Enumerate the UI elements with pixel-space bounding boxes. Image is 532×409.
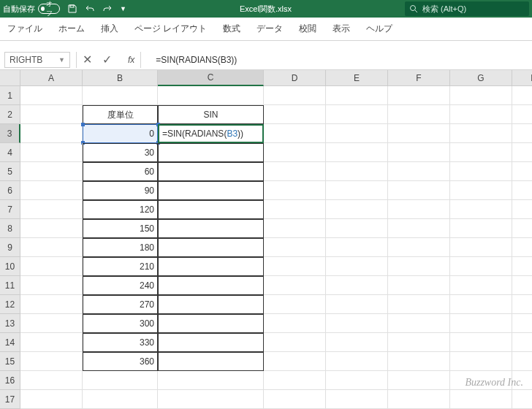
cell[interactable] (20, 276, 83, 295)
chevron-down-icon[interactable]: ▼ (58, 56, 65, 64)
cell[interactable] (20, 105, 83, 124)
cell[interactable] (388, 314, 450, 333)
cell[interactable] (264, 105, 326, 124)
cell[interactable] (512, 314, 532, 333)
cell[interactable] (264, 143, 326, 162)
cell[interactable] (512, 219, 532, 238)
tab-pagelayout[interactable]: ページ レイアウト (134, 23, 207, 35)
cell[interactable] (450, 257, 512, 276)
cell[interactable] (512, 238, 532, 257)
cell[interactable] (388, 352, 450, 371)
row-6[interactable]: 6 (0, 181, 20, 200)
cell-b8[interactable]: 150 (83, 219, 158, 238)
cell[interactable] (20, 390, 83, 409)
cell-b4[interactable]: 30 (83, 143, 158, 162)
cell[interactable] (20, 219, 83, 238)
row-2[interactable]: 2 (0, 105, 20, 124)
formula-input[interactable]: =SIN(RADIANS(B3)) (156, 55, 237, 65)
row-1[interactable]: 1 (0, 86, 20, 105)
cell[interactable] (388, 276, 450, 295)
enter-icon[interactable]: ✓ (102, 53, 112, 66)
cell[interactable] (326, 352, 388, 371)
cell[interactable] (264, 295, 326, 314)
cell-b10[interactable]: 210 (83, 257, 158, 276)
cancel-icon[interactable]: ✕ (83, 53, 92, 66)
cell[interactable] (450, 86, 512, 105)
cell[interactable] (264, 200, 326, 219)
cell[interactable] (450, 276, 512, 295)
cell[interactable] (326, 333, 388, 352)
cell[interactable] (512, 105, 532, 124)
cell[interactable] (388, 257, 450, 276)
col-c[interactable]: C (158, 70, 264, 86)
col-b[interactable]: B (83, 70, 158, 86)
cell[interactable] (264, 276, 326, 295)
cell[interactable] (264, 219, 326, 238)
cell[interactable] (264, 390, 326, 409)
cell-b5[interactable]: 60 (83, 162, 158, 181)
cell-b14[interactable]: 330 (83, 333, 158, 352)
cell[interactable] (20, 371, 83, 390)
tab-view[interactable]: 表示 (332, 23, 350, 35)
tab-home[interactable]: ホーム (58, 23, 85, 35)
cell[interactable] (450, 390, 512, 409)
cell[interactable] (158, 143, 264, 162)
cell[interactable] (326, 390, 388, 409)
cell[interactable] (326, 371, 388, 390)
cell-b2[interactable]: 度単位 (83, 105, 158, 124)
cell[interactable] (83, 390, 158, 409)
cell[interactable] (450, 200, 512, 219)
col-h[interactable]: H (512, 70, 532, 86)
cell[interactable] (20, 238, 83, 257)
cell[interactable] (512, 295, 532, 314)
cell[interactable] (158, 390, 264, 409)
row-12[interactable]: 12 (0, 295, 20, 314)
cell[interactable] (20, 333, 83, 352)
cell[interactable] (512, 143, 532, 162)
cell[interactable] (326, 105, 388, 124)
cell[interactable] (83, 371, 158, 390)
cell[interactable] (264, 333, 326, 352)
cell[interactable] (158, 219, 264, 238)
cell[interactable] (264, 124, 326, 143)
cell[interactable] (450, 333, 512, 352)
cell[interactable] (158, 162, 264, 181)
cell[interactable] (264, 352, 326, 371)
cell[interactable] (326, 219, 388, 238)
cell[interactable] (512, 162, 532, 181)
cell[interactable] (326, 86, 388, 105)
cell[interactable] (20, 352, 83, 371)
row-13[interactable]: 13 (0, 314, 20, 333)
cell[interactable] (20, 295, 83, 314)
row-3[interactable]: 3 (0, 124, 20, 143)
cell[interactable] (20, 257, 83, 276)
cell[interactable] (388, 219, 450, 238)
cell[interactable] (20, 162, 83, 181)
row-4[interactable]: 4 (0, 143, 20, 162)
cell-b11[interactable]: 240 (83, 276, 158, 295)
cell-b7[interactable]: 120 (83, 200, 158, 219)
cell[interactable] (20, 86, 83, 105)
qat-dropdown-icon[interactable]: ▼ (120, 5, 126, 12)
cell[interactable] (326, 276, 388, 295)
select-all-corner[interactable] (0, 70, 20, 86)
tab-help[interactable]: ヘルプ (366, 23, 392, 35)
cell[interactable] (264, 181, 326, 200)
row-8[interactable]: 8 (0, 219, 20, 238)
cell-b3[interactable]: 0 (83, 124, 158, 143)
cell[interactable] (512, 200, 532, 219)
cell[interactable] (264, 238, 326, 257)
col-f[interactable]: F (388, 70, 450, 86)
cell[interactable] (512, 276, 532, 295)
cell[interactable] (450, 162, 512, 181)
cell[interactable] (450, 124, 512, 143)
cell[interactable] (388, 181, 450, 200)
cell[interactable] (158, 352, 264, 371)
cell[interactable] (450, 219, 512, 238)
cell[interactable] (326, 143, 388, 162)
tab-file[interactable]: ファイル (7, 23, 42, 35)
cell[interactable] (264, 314, 326, 333)
col-a[interactable]: A (20, 70, 83, 86)
tab-formulas[interactable]: 数式 (223, 23, 240, 35)
cell[interactable] (388, 105, 450, 124)
